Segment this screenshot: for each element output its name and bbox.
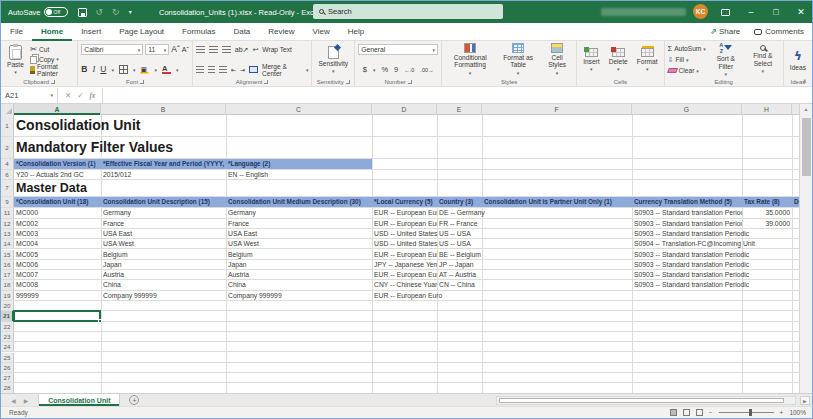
close-icon[interactable]: ✕ [789,1,813,23]
scroll-up-icon[interactable]: ▲ [800,104,812,115]
cell-E13[interactable]: US -- USA [437,229,471,238]
conditional-formatting-button[interactable]: Conditional Formatting▾ [445,43,495,76]
column-header-F[interactable]: F [482,104,632,115]
row-header-1[interactable]: 1 [1,115,14,136]
insert-function-icon[interactable]: fx [90,91,95,100]
merge-center-icon[interactable] [249,66,258,73]
cell-A2[interactable]: Mandatory Filter Values [14,137,173,158]
percent-format-icon[interactable]: % [381,66,388,74]
cancel-icon[interactable]: ✕ [65,91,71,100]
cell-B9[interactable]: Consolidation Unit Description (15) [101,197,226,207]
row-header-24[interactable]: 24 [1,342,14,351]
cell-A17[interactable]: MC007 [14,270,101,279]
cell-H11[interactable]: 35.0000 [742,208,792,217]
cell-B14[interactable]: USA West [101,239,226,248]
row-header-9[interactable]: 9 [1,197,14,207]
font-dialog-launcher-icon[interactable] [140,80,144,84]
tab-view[interactable]: View [304,23,339,41]
ideas-button[interactable]: ϟIdeas [787,43,809,76]
cell-F9[interactable]: Consolidation Unit is Partner Unit Only … [482,197,632,207]
row-header-20[interactable]: 20 [1,301,14,310]
cell-C18[interactable]: China [226,280,372,289]
merge-center-button[interactable]: Merge & Center [262,63,302,77]
increase-font-icon[interactable]: Aˆ [171,45,180,54]
cell-G15[interactable]: S0903 -- Standard translation Periodic [632,250,749,259]
cell-B16[interactable]: Japan [101,260,226,269]
sort-filter-button[interactable]: AZSort & Filter▾ [709,43,743,76]
cell-A16[interactable]: MC006 [14,260,101,269]
row-header-28[interactable]: 28 [1,383,14,392]
increase-decimal-icon[interactable]: ←.0 [404,67,414,73]
save-icon[interactable] [78,8,87,17]
format-painter-button[interactable]: Format Painter [30,64,74,75]
cell-H9[interactable]: Tax Rate (8) [742,197,792,207]
undo-icon[interactable]: ↺ [96,8,104,17]
redo-icon[interactable]: ↻ [112,8,120,17]
maximize-icon[interactable]: □ [764,1,788,23]
cell-D19[interactable]: EUR -- European Euro [372,291,442,300]
row-header-17[interactable]: 17 [1,270,14,279]
underline-button[interactable]: U [100,65,106,74]
row-header-26[interactable]: 26 [1,363,14,372]
cell-G13[interactable]: S0903 -- Standard translation Periodic [632,229,749,238]
number-dialog-launcher-icon[interactable] [408,80,412,84]
cell-C11[interactable]: Germany [226,208,372,217]
cell-A11[interactable]: MC000 [14,208,101,217]
cell-A7[interactable]: Master Data [14,180,87,196]
cell-E16[interactable]: JP -- Japan [437,260,474,269]
sensitivity-button[interactable]: Sensitivity▾ [315,43,351,76]
normal-view-icon[interactable] [670,409,677,416]
ribbon-display-options-icon[interactable] [713,1,737,23]
tab-page-layout[interactable]: Page Layout [110,23,173,41]
cell-B19[interactable]: Company 999999 [101,291,226,300]
cell-H12[interactable]: 39.0000 [742,219,792,228]
cell-A14[interactable]: MC004 [14,239,101,248]
decrease-indent-icon[interactable]: ⇤ [231,67,236,73]
horizontal-scrollbar[interactable] [496,396,796,405]
column-header-B[interactable]: B [101,104,226,115]
column-header-C[interactable]: C [226,104,372,115]
align-left-icon[interactable] [196,66,204,73]
cell-G18[interactable]: S0903 -- Standard translation Periodic [632,280,749,289]
cell-C13[interactable]: USA East [226,229,372,238]
format-as-table-button[interactable]: Format as Table▾ [498,43,538,76]
tab-formulas[interactable]: Formulas [173,23,224,41]
scroll-right-icon[interactable]: ▶ [800,396,810,405]
fill-handle[interactable] [98,319,102,323]
cell-B15[interactable]: Belgium [101,250,226,259]
zoom-slider[interactable] [719,412,774,413]
tab-file[interactable]: File [1,23,32,41]
collapse-ribbon-icon[interactable]: ∧ [803,77,807,84]
cell-D13[interactable]: USD -- United States I [372,229,437,238]
cell-B12[interactable]: France [101,219,226,228]
cell-D12[interactable]: EUR -- European Euro [372,219,437,228]
row-header-23[interactable]: 23 [1,332,14,341]
bold-button[interactable]: B [81,65,87,74]
cell-C4[interactable]: *Language (2) [226,159,372,169]
cell-styles-button[interactable]: Cell Styles▾ [541,43,573,76]
cell-E11[interactable]: DE -- Germany [437,208,485,217]
format-cells-button[interactable]: Format▾ [634,43,661,76]
cell-D18[interactable]: CNY -- Chinese Yuan I [372,280,437,289]
row-header-6[interactable]: 6 [1,170,14,179]
selected-cell-A21[interactable] [13,310,101,321]
row-header-27[interactable]: 27 [1,373,14,382]
zoom-in-icon[interactable]: + [780,409,784,416]
cell-A1[interactable]: Consolidation Unit [14,115,140,136]
row-header-18[interactable]: 18 [1,280,14,289]
cell-E17[interactable]: AT -- Austria [437,270,476,279]
tab-home[interactable]: Home [32,23,72,41]
alignment-dialog-launcher-icon[interactable] [264,80,268,84]
cell-A6[interactable]: Y20 -- Actuals 2nd GC [14,170,101,179]
italic-button[interactable]: I [92,65,95,74]
share-button[interactable]: ⇗ Share [710,27,740,36]
cell-G14[interactable]: S0904 -- Translation-FC@Incoming Unit [632,239,755,248]
row-header-14[interactable]: 14 [1,239,14,248]
cell-A18[interactable]: MC008 [14,280,101,289]
cell-D15[interactable]: EUR -- European Euro [372,250,437,259]
formula-input[interactable] [103,88,812,103]
cell-B4[interactable]: *Effective Fiscal Year and Period (YYYY, [101,159,226,169]
font-name-combobox[interactable]: Calibri▾ [81,44,143,55]
row-header-16[interactable]: 16 [1,260,14,269]
cell-E9[interactable]: Country (3) [437,197,482,207]
